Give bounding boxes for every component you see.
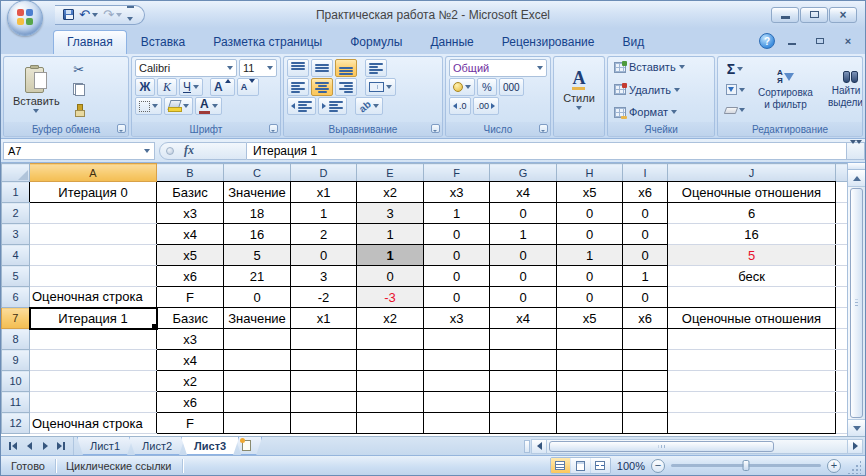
cell-H6[interactable]: 0 [557,287,623,308]
zoom-out-button[interactable]: − [651,459,665,473]
cell-A3[interactable] [30,224,157,245]
alignment-dialog-launcher[interactable] [431,124,440,133]
align-top-button[interactable] [287,59,309,77]
cell-G2[interactable]: 0 [490,203,557,224]
cell-E3[interactable]: 1 [357,224,424,245]
col-header-F[interactable]: F [424,164,490,182]
row-header-4[interactable]: 4 [2,245,30,266]
format-cells-button[interactable]: Формат [611,104,711,120]
clipboard-dialog-launcher[interactable] [117,124,126,133]
font-size-combobox[interactable]: 11 [239,59,277,77]
cell-E12[interactable] [357,413,424,434]
cell-H12[interactable] [557,413,623,434]
cell-C11[interactable] [224,392,291,413]
cell-I11[interactable] [623,392,668,413]
col-header-B[interactable]: B [157,164,224,182]
cell-C5[interactable]: 21 [224,266,291,287]
cell-F8[interactable] [424,329,490,350]
tab-home[interactable]: Главная [53,30,127,54]
cell-A8[interactable] [30,329,157,350]
cell-E9[interactable] [357,350,424,371]
align-middle-button[interactable] [311,59,333,77]
fill-button[interactable] [721,81,749,99]
vertical-scroll-thumb[interactable] [850,188,863,418]
autosum-button[interactable]: Σ [721,60,749,78]
tab-formulas[interactable]: Формулы [336,30,416,54]
cell-G7[interactable]: x4 [490,308,557,329]
select-all-corner[interactable] [2,164,30,182]
cell-D3[interactable]: 2 [291,224,357,245]
insert-cells-button[interactable]: Вставить [611,59,711,75]
last-sheet-button[interactable] [54,439,68,453]
tab-data[interactable]: Данные [416,30,487,54]
row-header-3[interactable]: 3 [2,224,30,245]
cell-A7[interactable]: Итерация 1 [30,308,157,329]
cell-F9[interactable] [424,350,490,371]
font-name-combobox[interactable]: Calibri [135,59,237,77]
page-break-view-button[interactable] [591,458,610,473]
cell-H8[interactable] [557,329,623,350]
tab-view[interactable]: Вид [608,30,658,54]
increase-decimal-button[interactable]: .0 [449,97,471,115]
copy-button[interactable] [69,81,89,99]
customize-qat-button[interactable] [127,6,134,23]
cell-I7[interactable]: x6 [623,308,668,329]
decrease-font-button[interactable]: А [237,78,260,96]
zoom-slider[interactable] [671,464,821,467]
col-header-C[interactable]: C [224,164,291,182]
undo-button[interactable]: ↶ [79,8,98,21]
row-header-8[interactable]: 8 [2,329,30,350]
merge-center-button[interactable] [365,78,396,96]
cell-I3[interactable]: 0 [623,224,668,245]
cell-J1[interactable]: Оценочные отношения [668,182,836,203]
resize-grip[interactable] [847,460,861,474]
cell-E10[interactable] [357,371,424,392]
cell-G3[interactable]: 1 [490,224,557,245]
col-header-A[interactable]: A [30,164,157,182]
first-sheet-button[interactable] [6,439,20,453]
save-button[interactable] [63,9,74,20]
cell-C4[interactable]: 5 [224,245,291,266]
cell-F7[interactable]: x3 [424,308,490,329]
insert-function-area[interactable]: fx [159,142,247,160]
insert-worksheet-button[interactable] [235,437,262,455]
tab-review[interactable]: Рецензирование [488,30,609,54]
cell-B9[interactable]: x4 [157,350,224,371]
align-left-button[interactable] [287,78,309,96]
cell-J8[interactable] [668,329,836,350]
cell-F11[interactable] [424,392,490,413]
status-circular-references[interactable]: Циклические ссылки [56,460,182,472]
cell-B12[interactable]: F [157,413,224,434]
row-header-7[interactable]: 7 [2,308,30,329]
zoom-slider-thumb[interactable] [743,460,750,471]
horizontal-scroll-track[interactable] [547,439,847,454]
cell-B11[interactable]: x6 [157,392,224,413]
font-dialog-launcher[interactable] [269,124,278,133]
cell-D12[interactable] [291,413,357,434]
number-format-combobox[interactable]: Общий [449,59,547,77]
cell-D7[interactable]: x1 [291,308,357,329]
prev-sheet-button[interactable] [22,439,36,453]
cell-J5[interactable]: беск [668,266,836,287]
col-header-D[interactable]: D [291,164,357,182]
cell-I5[interactable]: 1 [623,266,668,287]
cell-J2[interactable]: 6 [668,203,836,224]
wrap-text-button[interactable] [365,59,387,77]
row-header-6[interactable]: 6 [2,287,30,308]
sheet-tab-1[interactable]: Лист1 [77,437,133,455]
bold-button[interactable]: Ж [135,78,155,96]
tab-insert[interactable]: Вставка [127,30,200,54]
cell-J6[interactable] [668,287,836,308]
increase-font-button[interactable]: А [210,78,235,96]
font-color-button[interactable]: А [195,97,222,115]
cell-A1[interactable]: Итерация 0 [30,182,157,203]
align-center-button[interactable] [311,78,333,96]
cell-D10[interactable] [291,371,357,392]
cell-H9[interactable] [557,350,623,371]
row-header-5[interactable]: 5 [2,266,30,287]
office-button[interactable] [7,0,43,36]
cell-D1[interactable]: x1 [291,182,357,203]
cell-E7[interactable]: x2 [357,308,424,329]
cell-G12[interactable] [490,413,557,434]
cell-C10[interactable] [224,371,291,392]
